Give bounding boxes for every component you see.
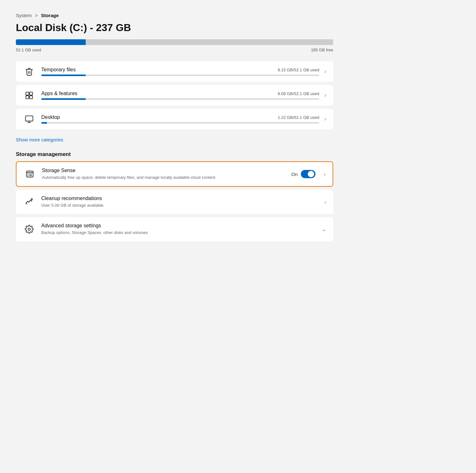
svg-rect-2 [30,92,32,95]
svg-point-13 [27,204,27,204]
advanced-content: Advanced storage settings Backup options… [41,223,316,236]
advanced-title: Advanced storage settings [41,223,316,229]
apps-features-chevron: › [324,92,326,99]
apps-features-bar [41,98,319,100]
desktop-title: Desktop [41,114,60,120]
cleanup-content: Cleanup recommendations Over 5.00 GB of … [41,196,319,208]
desktop-icon [23,115,36,124]
desktop-bar [41,122,319,124]
temp-files-usage: 8.15 GB/52.1 GB used [278,68,319,72]
category-card-apps-features[interactable]: Apps & features 8.08 GB/52.1 GB used › [16,85,333,106]
storage-sense-toggle-area[interactable]: On [291,170,315,178]
svg-rect-1 [26,96,29,99]
storage-sense-description: Automatically free up space, delete temp… [42,175,291,180]
temp-files-chevron: › [324,68,326,75]
disk-bar-fill [16,39,86,45]
svg-rect-0 [26,92,29,95]
disk-usage-bar [16,39,333,45]
storage-sense-card[interactable]: Storage Sense Automatically free up spac… [16,161,333,187]
disk-labels: 52.1 GB used 185 GB free [16,48,333,52]
advanced-card[interactable]: Advanced storage settings Backup options… [16,217,333,241]
desktop-usage: 1.22 GB/52.1 GB used [278,115,319,120]
storage-sense-content: Storage Sense Automatically free up spac… [42,168,291,180]
storage-sense-toggle-label: On [291,172,298,177]
breadcrumb-parent: System [16,13,32,18]
temp-files-title: Temporary files [41,67,76,73]
apps-features-title: Apps & features [41,91,77,96]
svg-rect-4 [25,116,33,121]
card-content-desktop: Desktop 1.22 GB/52.1 GB used [41,114,319,124]
show-more-link[interactable]: Show more categories [16,137,63,142]
page-title: Local Disk (C:) - 237 GB [16,22,333,34]
temp-files-bar [41,75,319,76]
svg-point-14 [28,228,30,230]
category-card-desktop[interactable]: Desktop 1.22 GB/52.1 GB used › [16,109,333,129]
toggle-thumb [308,171,314,177]
breadcrumb-current: Storage [41,13,59,18]
advanced-description: Backup options, Storage Spaces, other di… [41,230,316,236]
disk-used-label: 52.1 GB used [16,48,41,52]
cleanup-icon [23,198,36,206]
trash-icon [23,67,36,76]
desktop-chevron: › [324,116,326,122]
card-content-temp-files: Temporary files 8.15 GB/52.1 GB used [41,67,319,76]
storage-sense-chevron: › [324,171,326,178]
advanced-chevron: ⌄ [321,226,326,233]
breadcrumb-separator: > [35,13,38,18]
svg-rect-3 [30,96,32,99]
storage-management-title: Storage management [16,151,333,158]
storage-sense-toggle[interactable] [301,170,315,178]
cleanup-title: Cleanup recommendations [41,196,319,201]
disk-free-label: 185 GB free [311,48,333,52]
card-content-apps-features: Apps & features 8.08 GB/52.1 GB used [41,91,319,100]
advanced-icon [23,225,36,234]
breadcrumb: System > Storage [16,13,333,18]
apps-icon [23,91,36,100]
category-card-temp-files[interactable]: Temporary files 8.15 GB/52.1 GB used › [16,61,333,82]
cleanup-chevron: › [324,199,326,205]
cleanup-description: Over 5.00 GB of storage available. [41,203,319,208]
storage-sense-icon [23,170,36,178]
cleanup-card[interactable]: Cleanup recommendations Over 5.00 GB of … [16,190,333,214]
storage-sense-title: Storage Sense [42,168,291,173]
apps-features-usage: 8.08 GB/52.1 GB used [278,91,319,96]
